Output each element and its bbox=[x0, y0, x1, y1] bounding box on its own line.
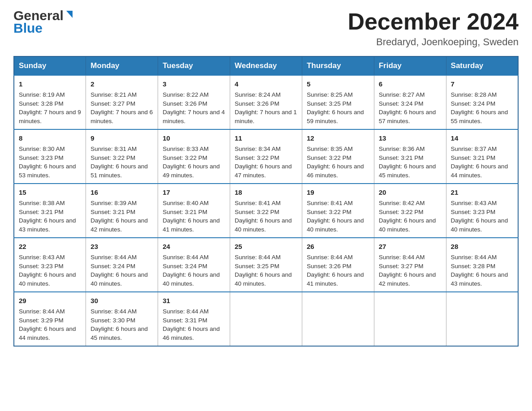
sunrise-label: Sunrise: 8:35 AM bbox=[307, 146, 353, 152]
sunset-label: Sunset: 3:26 PM bbox=[307, 263, 352, 270]
month-title: December 2024 bbox=[348, 9, 519, 34]
day-number: 5 bbox=[307, 79, 369, 89]
day-number: 21 bbox=[451, 188, 513, 197]
sunset-label: Sunset: 3:31 PM bbox=[163, 317, 207, 324]
daylight-label: Daylight: 7 hours and 9 minutes. bbox=[19, 109, 81, 124]
sunset-label: Sunset: 3:29 PM bbox=[19, 317, 64, 324]
day-number: 18 bbox=[235, 188, 297, 197]
daylight-label: Daylight: 6 hours and 40 minutes. bbox=[163, 271, 220, 287]
sunrise-label: Sunrise: 8:24 AM bbox=[235, 91, 281, 98]
calendar-cell: 25 Sunrise: 8:44 AM Sunset: 3:25 PM Dayl… bbox=[230, 238, 302, 292]
daylight-label: Daylight: 6 hours and 40 minutes. bbox=[235, 271, 292, 287]
day-number: 29 bbox=[19, 296, 81, 306]
sunrise-label: Sunrise: 8:30 AM bbox=[19, 146, 65, 152]
sunrise-label: Sunrise: 8:44 AM bbox=[163, 254, 209, 261]
calendar-cell: 11 Sunrise: 8:34 AM Sunset: 3:22 PM Dayl… bbox=[230, 129, 302, 184]
calendar-cell: 15 Sunrise: 8:38 AM Sunset: 3:21 PM Dayl… bbox=[14, 184, 86, 238]
calendar-header-row: Sunday Monday Tuesday Wednesday Thursday… bbox=[14, 56, 518, 75]
day-number: 12 bbox=[307, 133, 369, 143]
sunset-label: Sunset: 3:23 PM bbox=[19, 154, 64, 161]
svg-marker-0 bbox=[66, 11, 73, 18]
daylight-label: Daylight: 6 hours and 40 minutes. bbox=[235, 217, 292, 233]
daylight-label: Daylight: 6 hours and 44 minutes. bbox=[19, 325, 76, 341]
location-text: Bredaryd, Joenkoeping, Sweden bbox=[348, 36, 519, 48]
sunset-label: Sunset: 3:26 PM bbox=[235, 100, 279, 107]
calendar-cell: 12 Sunrise: 8:35 AM Sunset: 3:22 PM Dayl… bbox=[302, 129, 374, 184]
day-number: 17 bbox=[163, 188, 225, 197]
day-number: 15 bbox=[19, 188, 81, 197]
calendar-cell: 16 Sunrise: 8:39 AM Sunset: 3:21 PM Dayl… bbox=[86, 184, 158, 238]
calendar-week-row: 22 Sunrise: 8:43 AM Sunset: 3:23 PM Dayl… bbox=[14, 238, 518, 292]
calendar-cell: 2 Sunrise: 8:21 AM Sunset: 3:27 PM Dayli… bbox=[86, 75, 158, 129]
sunrise-label: Sunrise: 8:44 AM bbox=[307, 254, 353, 261]
calendar-cell: 22 Sunrise: 8:43 AM Sunset: 3:23 PM Dayl… bbox=[14, 238, 86, 292]
daylight-label: Daylight: 7 hours and 4 minutes. bbox=[163, 109, 225, 124]
daylight-label: Daylight: 6 hours and 51 minutes. bbox=[90, 163, 148, 179]
col-sunday: Sunday bbox=[14, 56, 86, 75]
calendar-week-row: 8 Sunrise: 8:30 AM Sunset: 3:23 PM Dayli… bbox=[14, 129, 518, 184]
sunrise-label: Sunrise: 8:31 AM bbox=[90, 146, 137, 152]
sunset-label: Sunset: 3:23 PM bbox=[19, 263, 64, 270]
day-number: 23 bbox=[90, 242, 153, 252]
daylight-label: Daylight: 6 hours and 46 minutes. bbox=[307, 163, 364, 179]
day-number: 24 bbox=[163, 242, 225, 252]
sunrise-label: Sunrise: 8:44 AM bbox=[163, 308, 209, 315]
daylight-label: Daylight: 6 hours and 49 minutes. bbox=[163, 163, 220, 179]
sunset-label: Sunset: 3:25 PM bbox=[307, 100, 352, 107]
calendar-cell: 20 Sunrise: 8:42 AM Sunset: 3:22 PM Dayl… bbox=[374, 184, 446, 238]
sunset-label: Sunset: 3:22 PM bbox=[379, 209, 424, 215]
col-wednesday: Wednesday bbox=[230, 56, 302, 75]
day-number: 3 bbox=[163, 79, 225, 89]
calendar-cell: 24 Sunrise: 8:44 AM Sunset: 3:24 PM Dayl… bbox=[158, 238, 230, 292]
sunrise-label: Sunrise: 8:33 AM bbox=[163, 146, 209, 152]
sunset-label: Sunset: 3:22 PM bbox=[307, 154, 352, 161]
sunrise-label: Sunrise: 8:43 AM bbox=[19, 254, 65, 261]
calendar-cell: 14 Sunrise: 8:37 AM Sunset: 3:21 PM Dayl… bbox=[446, 129, 518, 184]
day-number: 13 bbox=[379, 133, 442, 143]
sunrise-label: Sunrise: 8:25 AM bbox=[307, 91, 353, 98]
calendar-cell: 31 Sunrise: 8:44 AM Sunset: 3:31 PM Dayl… bbox=[158, 292, 230, 346]
daylight-label: Daylight: 6 hours and 40 minutes. bbox=[307, 217, 364, 233]
calendar-cell: 30 Sunrise: 8:44 AM Sunset: 3:30 PM Dayl… bbox=[86, 292, 158, 346]
calendar-cell bbox=[302, 292, 374, 346]
sunrise-label: Sunrise: 8:34 AM bbox=[235, 146, 281, 152]
calendar-week-row: 15 Sunrise: 8:38 AM Sunset: 3:21 PM Dayl… bbox=[14, 184, 518, 238]
sunset-label: Sunset: 3:27 PM bbox=[379, 263, 424, 270]
daylight-label: Daylight: 6 hours and 40 minutes. bbox=[451, 217, 508, 233]
calendar-week-row: 1 Sunrise: 8:19 AM Sunset: 3:28 PM Dayli… bbox=[14, 75, 518, 129]
sunset-label: Sunset: 3:22 PM bbox=[90, 154, 135, 161]
day-number: 19 bbox=[307, 188, 369, 197]
sunset-label: Sunset: 3:21 PM bbox=[90, 209, 135, 215]
sunrise-label: Sunrise: 8:37 AM bbox=[451, 146, 497, 152]
day-number: 14 bbox=[451, 133, 513, 143]
daylight-label: Daylight: 6 hours and 53 minutes. bbox=[19, 163, 76, 179]
daylight-label: Daylight: 6 hours and 40 minutes. bbox=[19, 271, 76, 287]
daylight-label: Daylight: 6 hours and 57 minutes. bbox=[379, 109, 436, 124]
sunset-label: Sunset: 3:28 PM bbox=[451, 263, 496, 270]
sunset-label: Sunset: 3:22 PM bbox=[307, 209, 352, 215]
sunset-label: Sunset: 3:28 PM bbox=[19, 100, 64, 107]
sunset-label: Sunset: 3:30 PM bbox=[90, 317, 135, 324]
sunrise-label: Sunrise: 8:44 AM bbox=[90, 254, 137, 261]
daylight-label: Daylight: 6 hours and 41 minutes. bbox=[307, 271, 364, 287]
sunrise-label: Sunrise: 8:40 AM bbox=[163, 200, 209, 206]
day-number: 4 bbox=[235, 79, 297, 89]
day-number: 7 bbox=[451, 79, 513, 89]
daylight-label: Daylight: 7 hours and 6 minutes. bbox=[90, 109, 153, 124]
day-number: 27 bbox=[379, 242, 442, 252]
sunrise-label: Sunrise: 8:38 AM bbox=[19, 200, 65, 206]
calendar-cell: 8 Sunrise: 8:30 AM Sunset: 3:23 PM Dayli… bbox=[14, 129, 86, 184]
sunset-label: Sunset: 3:21 PM bbox=[451, 154, 496, 161]
sunset-label: Sunset: 3:24 PM bbox=[163, 263, 207, 270]
col-thursday: Thursday bbox=[302, 56, 374, 75]
sunrise-label: Sunrise: 8:28 AM bbox=[451, 91, 497, 98]
sunrise-label: Sunrise: 8:44 AM bbox=[451, 254, 497, 261]
page-header: General Blue December 2024 Bredaryd, Joe… bbox=[13, 9, 519, 48]
sunset-label: Sunset: 3:21 PM bbox=[163, 209, 207, 215]
sunset-label: Sunset: 3:24 PM bbox=[379, 100, 424, 107]
calendar-cell: 28 Sunrise: 8:44 AM Sunset: 3:28 PM Dayl… bbox=[446, 238, 518, 292]
day-number: 16 bbox=[90, 188, 153, 197]
calendar-cell: 23 Sunrise: 8:44 AM Sunset: 3:24 PM Dayl… bbox=[86, 238, 158, 292]
sunrise-label: Sunrise: 8:36 AM bbox=[379, 146, 425, 152]
calendar-cell: 18 Sunrise: 8:41 AM Sunset: 3:22 PM Dayl… bbox=[230, 184, 302, 238]
